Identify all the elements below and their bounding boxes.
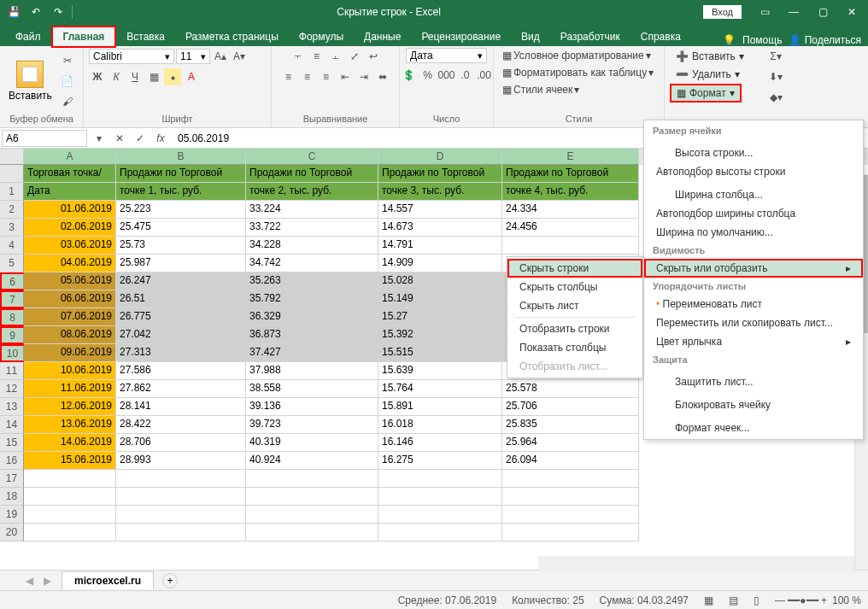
value-cell[interactable]: 14.557 (378, 201, 502, 219)
undo-icon[interactable]: ↶ (26, 3, 46, 21)
date-cell[interactable]: 04.06.2019 (24, 255, 116, 272)
menu-item[interactable]: Высота строки... (644, 139, 863, 162)
row-header[interactable]: 17 (0, 470, 24, 488)
menu-item[interactable]: Защитить лист... (644, 368, 863, 391)
row-header[interactable]: 11 (0, 362, 24, 380)
menu-item[interactable]: Скрыть или отобразить▸ (644, 259, 863, 278)
empty-cell[interactable] (378, 506, 502, 524)
sign-in-button[interactable]: Вход (703, 5, 742, 19)
cancel-fx-icon[interactable]: ✕ (111, 130, 128, 147)
header-cell[interactable]: точке 1, тыс. руб. (116, 183, 246, 201)
date-cell[interactable]: 12.06.2019 (24, 398, 116, 416)
value-cell[interactable]: 27.586 (116, 362, 246, 380)
value-cell[interactable]: 25.706 (502, 398, 639, 416)
date-cell[interactable]: 09.06.2019 (24, 344, 116, 362)
value-cell[interactable]: 25.475 (116, 219, 246, 237)
row-header[interactable]: 4 (0, 237, 24, 255)
enter-fx-icon[interactable]: ✓ (132, 130, 149, 147)
value-cell[interactable]: 25.578 (502, 380, 639, 398)
value-cell[interactable]: 25.987 (116, 255, 246, 272)
font-size-combo[interactable]: 11▾ (176, 49, 210, 64)
view-layout-icon[interactable]: ▤ (729, 594, 738, 606)
sheet-tab-active[interactable]: microexcel.ru (62, 571, 154, 589)
help-link[interactable]: Помощь (742, 34, 782, 46)
empty-cell[interactable] (502, 506, 639, 524)
value-cell[interactable]: 15.891 (378, 398, 502, 416)
row-header[interactable]: 5 (0, 255, 24, 272)
tab-review[interactable]: Рецензирование (411, 27, 511, 46)
empty-cell[interactable] (116, 506, 246, 524)
align-middle-icon[interactable]: ≡ (308, 48, 326, 65)
tab-developer[interactable]: Разработчик (550, 27, 630, 46)
date-cell[interactable]: 15.06.2019 (24, 452, 116, 470)
menu-item[interactable]: Автоподбор высоты строки (644, 162, 863, 181)
value-cell[interactable]: 25.73 (116, 237, 246, 255)
copy-icon[interactable]: 📄 (59, 73, 76, 90)
date-cell[interactable]: 05.06.2019 (24, 272, 116, 290)
tab-home[interactable]: Главная (51, 26, 117, 48)
header-cell[interactable]: точке 2, тыс. руб. (246, 183, 378, 201)
date-cell[interactable]: 08.06.2019 (24, 326, 116, 344)
row-header[interactable]: 15 (0, 434, 24, 452)
col-E[interactable]: E (502, 149, 639, 165)
date-cell[interactable]: 14.06.2019 (24, 434, 116, 452)
value-cell[interactable]: 14.909 (378, 255, 502, 272)
date-cell[interactable]: 03.06.2019 (24, 237, 116, 255)
status-sum[interactable]: Сумма: 04.03.2497 (600, 594, 689, 606)
value-cell[interactable]: 27.042 (116, 326, 246, 344)
value-cell[interactable]: 15.764 (378, 380, 502, 398)
paste-button[interactable]: Вставить (5, 59, 56, 103)
value-cell[interactable]: 35.263 (246, 272, 378, 290)
autosum-icon[interactable]: Σ▾ (767, 48, 784, 65)
header-cell[interactable]: Продажи по Торговой (246, 165, 378, 183)
value-cell[interactable]: 33.722 (246, 219, 378, 237)
orientation-icon[interactable]: ⤢ (346, 48, 363, 65)
clear-icon[interactable]: ◆▾ (767, 89, 784, 106)
redo-icon[interactable]: ↷ (48, 3, 68, 21)
header-cell[interactable]: точке 3, тыс. руб. (378, 183, 502, 201)
maximize-icon[interactable]: ▢ (810, 3, 836, 21)
value-cell[interactable]: 26.247 (116, 272, 246, 290)
value-cell[interactable]: 15.27 (378, 308, 502, 326)
header-cell[interactable]: Торговая точка/ (24, 165, 116, 183)
row-header[interactable]: 6 (0, 272, 24, 290)
ribbon-options-icon[interactable]: ▭ (752, 3, 777, 21)
menu-item[interactable]: Автоподбор ширины столбца (644, 204, 863, 223)
row-header[interactable]: 19 (0, 506, 24, 524)
empty-cell[interactable] (24, 506, 116, 524)
row-header[interactable]: 13 (0, 398, 24, 416)
empty-cell[interactable] (24, 524, 116, 542)
row-header[interactable]: 14 (0, 416, 24, 434)
empty-cell[interactable] (116, 524, 246, 542)
empty-cell[interactable] (116, 488, 246, 506)
font-color-button[interactable]: A (183, 68, 200, 85)
menu-item[interactable]: Переместить или скопировать лист... (644, 313, 863, 332)
empty-cell[interactable] (246, 470, 378, 488)
date-cell[interactable]: 02.06.2019 (24, 219, 116, 237)
menu-item[interactable]: Формат ячеек... (644, 414, 863, 437)
menu-item[interactable]: Цвет ярлычка▸ (644, 332, 863, 351)
menu-item[interactable]: • Переименовать лист (644, 295, 863, 313)
merge-icon[interactable]: ⬌ (374, 68, 391, 85)
menu-item[interactable]: Ширина столбца... (644, 181, 863, 204)
zoom-control[interactable]: — ━━●━━ + 100 % (775, 594, 861, 606)
view-normal-icon[interactable]: ▦ (704, 594, 713, 606)
view-break-icon[interactable]: ▯ (754, 594, 760, 606)
value-cell[interactable]: 39.723 (246, 416, 378, 434)
font-name-combo[interactable]: Calibri▾ (89, 49, 174, 64)
format-cells-button[interactable]: ▦ Формат ▾ (670, 84, 742, 102)
col-A[interactable]: A (24, 149, 116, 165)
currency-icon[interactable]: 💲 (401, 67, 418, 84)
value-cell[interactable]: 34.742 (246, 255, 378, 272)
empty-cell[interactable] (246, 488, 378, 506)
value-cell[interactable]: 15.028 (378, 272, 502, 290)
tab-layout[interactable]: Разметка страницы (175, 27, 289, 46)
select-all-corner[interactable] (0, 149, 24, 165)
value-cell[interactable]: 25.835 (502, 416, 639, 434)
thousands-icon[interactable]: 000 (438, 67, 455, 84)
italic-button[interactable]: К (108, 68, 125, 85)
value-cell[interactable]: 34.228 (246, 237, 378, 255)
wrap-icon[interactable]: ↩ (365, 48, 382, 65)
date-cell[interactable]: 07.06.2019 (24, 308, 116, 326)
bold-button[interactable]: Ж (89, 68, 106, 85)
